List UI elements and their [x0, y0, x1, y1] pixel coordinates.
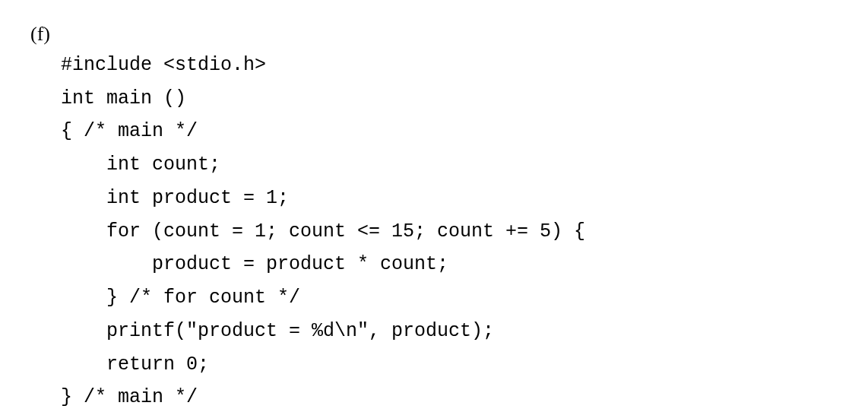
code-line: int main () — [61, 87, 186, 109]
code-block: #include <stdio.h> int main () { /* main… — [61, 15, 585, 412]
code-line: { /* main */ — [61, 120, 198, 142]
code-line: return 0; — [61, 353, 209, 376]
code-line: #include <stdio.h> — [61, 54, 266, 76]
code-line: for (count = 1; count <= 15; count += 5)… — [61, 220, 585, 242]
listing-label: (f) — [30, 15, 50, 52]
code-line: } /* main */ — [61, 386, 198, 408]
code-listing-container: (f) #include <stdio.h> int main () { /* … — [30, 15, 838, 412]
code-line: product = product * count; — [61, 253, 448, 275]
code-line: printf("product = %d\n", product); — [61, 320, 494, 342]
code-line: int count; — [61, 154, 220, 176]
code-line: int product = 1; — [61, 187, 289, 209]
code-line: } /* for count */ — [61, 287, 300, 309]
